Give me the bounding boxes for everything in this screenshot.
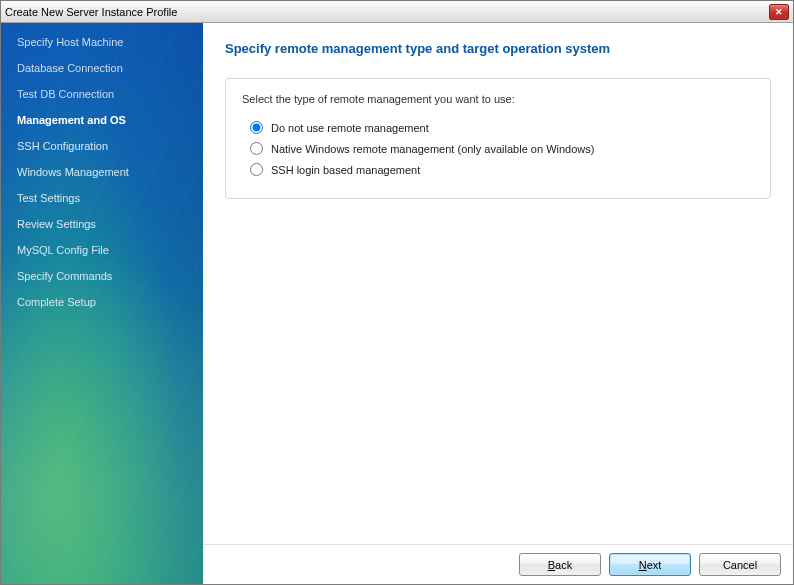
- radio-row-ssh[interactable]: SSH login based management: [242, 159, 754, 180]
- wizard-sidebar: Specify Host Machine Database Connection…: [1, 23, 203, 584]
- mnemonic: B: [548, 559, 555, 571]
- radio-label: SSH login based management: [271, 164, 420, 176]
- wizard-main: Specify remote management type and targe…: [203, 23, 793, 584]
- radio-no-remote[interactable]: [250, 121, 263, 134]
- remote-management-group: Select the type of remote management you…: [225, 78, 771, 199]
- radio-label: Native Windows remote management (only a…: [271, 143, 594, 155]
- wizard-footer: Back Next Cancel: [203, 544, 793, 584]
- sidebar-item-test-settings[interactable]: Test Settings: [1, 185, 203, 211]
- sidebar-item-label: Complete Setup: [17, 296, 96, 308]
- radio-row-no-remote[interactable]: Do not use remote management: [242, 117, 754, 138]
- titlebar: Create New Server Instance Profile ✕: [1, 1, 793, 23]
- sidebar-item-label: Specify Host Machine: [17, 36, 123, 48]
- group-label: Select the type of remote management you…: [242, 93, 754, 105]
- sidebar-item-test-db-connection[interactable]: Test DB Connection: [1, 81, 203, 107]
- sidebar-item-mysql-config-file[interactable]: MySQL Config File: [1, 237, 203, 263]
- radio-native-windows[interactable]: [250, 142, 263, 155]
- back-button[interactable]: Back: [519, 553, 601, 576]
- sidebar-item-complete-setup[interactable]: Complete Setup: [1, 289, 203, 315]
- sidebar-item-management-and-os[interactable]: Management and OS: [1, 107, 203, 133]
- close-button[interactable]: ✕: [769, 4, 789, 20]
- sidebar-item-windows-management[interactable]: Windows Management: [1, 159, 203, 185]
- sidebar-item-label: MySQL Config File: [17, 244, 109, 256]
- sidebar-item-label: Specify Commands: [17, 270, 112, 282]
- sidebar-item-label: Database Connection: [17, 62, 123, 74]
- sidebar-item-specify-commands[interactable]: Specify Commands: [1, 263, 203, 289]
- cancel-button[interactable]: Cancel: [699, 553, 781, 576]
- sidebar-item-ssh-configuration[interactable]: SSH Configuration: [1, 133, 203, 159]
- main-content: Specify remote management type and targe…: [203, 23, 793, 544]
- sidebar-item-label: SSH Configuration: [17, 140, 108, 152]
- page-title: Specify remote management type and targe…: [225, 41, 771, 56]
- close-icon: ✕: [775, 7, 783, 17]
- sidebar-item-label: Windows Management: [17, 166, 129, 178]
- button-rest: ack: [555, 559, 572, 571]
- sidebar-item-specify-host-machine[interactable]: Specify Host Machine: [1, 29, 203, 55]
- sidebar-item-label: Management and OS: [17, 114, 126, 126]
- sidebar-item-label: Test Settings: [17, 192, 80, 204]
- sidebar-item-review-settings[interactable]: Review Settings: [1, 211, 203, 237]
- wizard-body: Specify Host Machine Database Connection…: [1, 23, 793, 584]
- sidebar-item-label: Test DB Connection: [17, 88, 114, 100]
- button-rest: ext: [647, 559, 662, 571]
- mnemonic: N: [639, 559, 647, 571]
- radio-row-native-windows[interactable]: Native Windows remote management (only a…: [242, 138, 754, 159]
- window-title: Create New Server Instance Profile: [5, 6, 769, 18]
- next-button[interactable]: Next: [609, 553, 691, 576]
- button-label: Cancel: [723, 559, 757, 571]
- sidebar-item-database-connection[interactable]: Database Connection: [1, 55, 203, 81]
- sidebar-item-label: Review Settings: [17, 218, 96, 230]
- wizard-window: Create New Server Instance Profile ✕ Spe…: [0, 0, 794, 585]
- radio-label: Do not use remote management: [271, 122, 429, 134]
- radio-ssh[interactable]: [250, 163, 263, 176]
